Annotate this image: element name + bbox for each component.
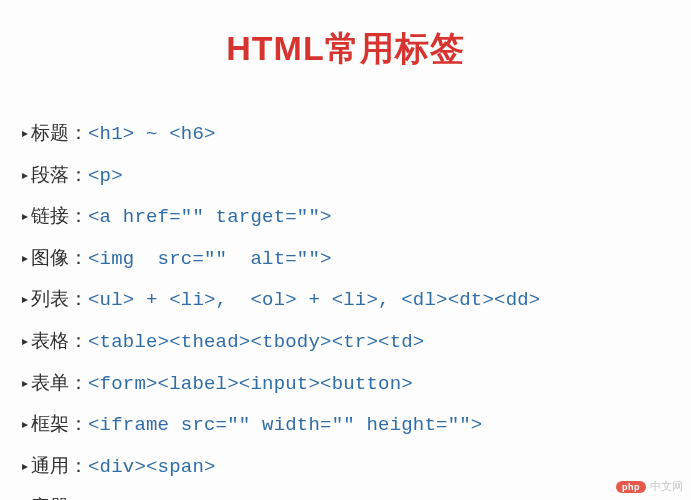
bullet-icon: ▸ [22,333,28,350]
bullet-icon: ▸ [22,458,28,475]
item-code: <div><span> [88,454,216,481]
bullet-icon: ▸ [22,416,28,433]
item-label: 框架： [31,411,88,438]
bullet-icon: ▸ [22,208,28,225]
list-item: ▸ 标题： <h1> ~ <h6> [22,120,679,148]
bullet-icon: ▸ [22,125,28,142]
item-code: <table><thead><tbody><tr><td> [88,329,424,356]
watermark-text: 中文网 [650,479,683,494]
item-code: <a href="" target=""> [88,204,332,231]
item-code: <ul> + <li>, <ol> + <li>, <dl><dt><dd> [88,287,540,314]
bullet-icon: ▸ [22,250,28,267]
item-code: <h1> ~ <h6> [88,121,216,148]
page-title: HTML常用标签 [0,26,691,72]
tag-list: ▸ 标题： <h1> ~ <h6> ▸ 段落： <p> ▸ 链接： <a hre… [0,120,691,500]
list-item: ▸ 表格： <table><thead><tbody><tr><td> [22,328,679,356]
list-item: ▸ 段落： <p> [22,162,679,190]
item-code: <form><label><input><button> [88,371,413,398]
bullet-icon: ▸ [22,291,28,308]
list-item: ▸ 框架： <iframe src="" width="" height=""> [22,411,679,439]
item-code: <img src="" alt=""> [88,246,332,273]
item-code: <header><nav><main><article><section><fo… [88,495,610,500]
item-label: 图像： [31,245,88,272]
item-label: 标题： [31,120,88,147]
item-code: <p> [88,163,123,190]
item-label: 链接： [31,203,88,230]
item-label: 表格： [31,328,88,355]
item-label: 通用： [31,453,88,480]
item-label: 段落： [31,162,88,189]
list-item: ▸ 链接： <a href="" target=""> [22,203,679,231]
bullet-icon: ▸ [22,375,28,392]
item-label: 表单： [31,370,88,397]
list-item: ▸ 列表： <ul> + <li>, <ol> + <li>, <dl><dt>… [22,286,679,314]
watermark-badge: php [616,481,646,493]
list-item: ▸ 表单： <form><label><input><button> [22,370,679,398]
list-item: ▸ 图像： <img src="" alt=""> [22,245,679,273]
list-item: ▸ 容器： <header><nav><main><article><secti… [22,494,679,500]
item-label: 列表： [31,286,88,313]
item-label: 容器： [31,494,88,500]
watermark: php 中文网 [616,479,683,494]
bullet-icon: ▸ [22,167,28,184]
item-code: <iframe src="" width="" height=""> [88,412,482,439]
list-item: ▸ 通用： <div><span> [22,453,679,481]
